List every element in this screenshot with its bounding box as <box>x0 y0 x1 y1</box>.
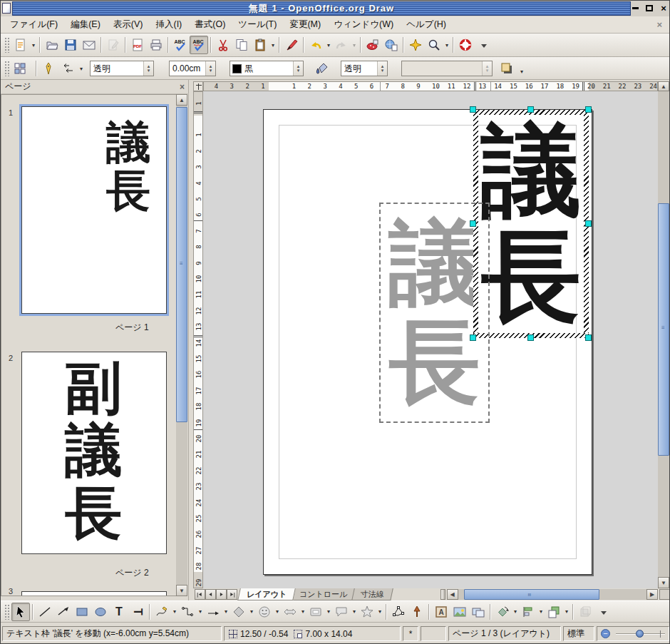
menu-item-4[interactable]: 挿入(I) <box>149 17 188 32</box>
new-document-button[interactable] <box>11 36 30 54</box>
tab-last-icon[interactable] <box>227 589 237 600</box>
view-tab-2[interactable]: コントロール <box>290 588 356 600</box>
select-button[interactable] <box>11 603 30 621</box>
hyperlink-button[interactable] <box>382 36 401 54</box>
gallery-images-button[interactable] <box>469 603 488 621</box>
glue-points-button[interactable] <box>408 603 426 621</box>
line-button[interactable] <box>36 603 54 621</box>
scroll-up-icon[interactable]: ▲ <box>176 94 187 106</box>
toolbar-grip[interactable] <box>4 61 9 76</box>
zoom-slider[interactable] <box>616 633 665 635</box>
basic-shapes-button[interactable] <box>230 603 248 621</box>
horizontal-ruler[interactable]: 4321123456789101112131415161718192021222… <box>203 81 658 91</box>
maximize-button[interactable] <box>644 2 655 14</box>
horizontal-scrollbar[interactable]: ◀ ≡ ▶ <box>447 588 670 600</box>
line-style-combo[interactable]: 透明 ▴▾ <box>90 61 154 76</box>
arrange-button[interactable] <box>545 603 563 621</box>
print-button[interactable] <box>147 36 165 54</box>
zoom-button[interactable] <box>425 36 443 54</box>
symbol-shapes-dropdown-arrow[interactable]: ▾ <box>274 608 281 615</box>
toolbar-grip[interactable] <box>4 604 9 620</box>
arrow-end-button[interactable] <box>54 603 73 621</box>
pages-panel-close-icon[interactable]: × <box>180 82 185 92</box>
selection-handle[interactable] <box>527 106 534 113</box>
fill-style-spinner[interactable]: ▴▾ <box>377 61 387 76</box>
stars-dropdown-arrow[interactable]: ▾ <box>376 608 383 615</box>
save-button[interactable] <box>61 36 80 54</box>
titlebar[interactable]: 無題 1 - OpenOffice.org Draw × <box>1 1 670 16</box>
menu-item-3[interactable]: 表示(V) <box>107 17 150 32</box>
line-dialog-button[interactable] <box>39 59 58 78</box>
line-style-spinner[interactable]: ▴▾ <box>143 61 153 76</box>
scrollbar-thumb[interactable]: ≡ <box>658 203 669 456</box>
open-button[interactable] <box>43 36 61 54</box>
clone-formatting-button[interactable] <box>282 36 301 54</box>
page-thumbnail-1[interactable]: 議長 <box>21 106 167 314</box>
toolbar-overflow-button[interactable] <box>475 36 493 54</box>
selection-handle[interactable] <box>585 106 592 113</box>
symbol-shapes-button[interactable] <box>255 603 274 621</box>
page-thumbnail-2[interactable]: 副議長 <box>21 352 167 554</box>
basic-shapes-dropdown-arrow[interactable]: ▾ <box>248 608 255 615</box>
fontwork-button[interactable]: A <box>432 603 450 621</box>
curve-dropdown-arrow[interactable]: ▾ <box>171 608 178 615</box>
menu-item-6[interactable]: ツール(T) <box>232 17 283 32</box>
edit-points-button[interactable] <box>389 603 408 621</box>
toolbar-overflow-dropdown[interactable]: ▾ <box>518 68 525 75</box>
selection-handle[interactable] <box>470 106 476 113</box>
copy-button[interactable] <box>232 36 251 54</box>
selection-handle[interactable] <box>585 220 592 227</box>
lines-arrows-button[interactable] <box>204 603 222 621</box>
alignment-button[interactable] <box>519 603 537 621</box>
tab-next-icon[interactable] <box>216 589 227 600</box>
auto-spellcheck-button[interactable]: ABC <box>190 36 208 54</box>
rectangle-button[interactable] <box>73 603 91 621</box>
new-document-dropdown-arrow[interactable]: ▾ <box>30 42 37 48</box>
shadow-button[interactable] <box>498 59 516 78</box>
tab-prev-icon[interactable] <box>205 589 216 600</box>
document-close-icon[interactable]: × <box>656 19 668 30</box>
block-arrows-button[interactable] <box>281 603 299 621</box>
scroll-right-icon[interactable]: ▶ <box>646 589 658 600</box>
fill-color-button[interactable] <box>312 59 331 78</box>
menu-item-7[interactable]: 変更(M) <box>283 17 327 32</box>
paste-button[interactable] <box>251 36 269 54</box>
selection-frame[interactable] <box>473 110 589 338</box>
menu-item-1[interactable]: ファイル(F) <box>4 17 64 32</box>
toolbar-overflow-button[interactable] <box>594 603 613 621</box>
close-button[interactable]: × <box>658 2 669 14</box>
cut-button[interactable] <box>214 36 232 54</box>
line-width-spinbox[interactable]: 0.00cm ▴▾ <box>169 61 216 76</box>
scrollbar-thumb[interactable]: ≡ <box>176 107 187 422</box>
paste-dropdown-arrow[interactable]: ▾ <box>269 42 277 48</box>
menu-item-9[interactable]: ヘルプ(H) <box>400 17 453 32</box>
arrow-style-dropdown[interactable]: ▾ <box>78 66 85 72</box>
alignment-dropdown-arrow[interactable]: ▾ <box>537 608 545 615</box>
arrange-dropdown-arrow[interactable]: ▾ <box>563 608 570 615</box>
vertical-scrollbar[interactable]: ≡ ▼ <box>658 91 669 588</box>
scroll-up-icon[interactable]: ▲ <box>658 81 669 91</box>
view-tab-3[interactable]: 寸法線 <box>351 588 393 600</box>
connector-dropdown-arrow[interactable]: ▾ <box>197 608 204 615</box>
vertical-text-button[interactable]: T <box>128 603 147 621</box>
curve-button[interactable] <box>153 603 171 621</box>
export-pdf-button[interactable]: PDF <box>128 36 147 54</box>
rotate-button[interactable] <box>493 603 512 621</box>
lines-arrows-dropdown-arrow[interactable]: ▾ <box>222 608 230 615</box>
block-arrows-dropdown-arrow[interactable]: ▾ <box>299 608 306 615</box>
gallery-button[interactable] <box>364 36 382 54</box>
line-color-spinner[interactable]: ▴▾ <box>293 61 303 76</box>
page-thumbnail-3[interactable] <box>21 591 167 596</box>
snap-grid-button[interactable] <box>11 59 29 78</box>
fill-style-combo[interactable]: 透明 ▴▾ <box>341 61 388 76</box>
minimize-button[interactable] <box>629 2 641 14</box>
rotate-dropdown-arrow[interactable]: ▾ <box>512 608 519 615</box>
zoom-dropdown-arrow[interactable]: ▾ <box>443 42 450 48</box>
menu-item-8[interactable]: ウィンドウ(W) <box>327 17 400 32</box>
scrollbar-thumb[interactable]: ≡ <box>464 589 599 600</box>
from-file-button[interactable] <box>450 603 469 621</box>
connector-button[interactable] <box>178 603 197 621</box>
arrow-style-button[interactable] <box>59 59 78 78</box>
toolbar-grip[interactable] <box>4 37 9 53</box>
navigator-button[interactable] <box>406 36 425 54</box>
